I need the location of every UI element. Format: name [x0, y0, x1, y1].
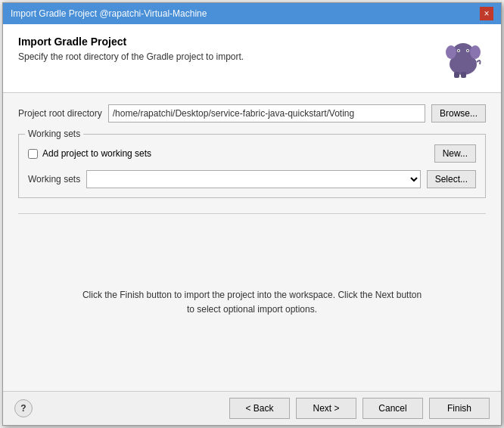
dialog-subtitle: Specify the root directory of the Gradle…: [18, 51, 244, 62]
svg-point-7: [467, 50, 468, 51]
cancel-button[interactable]: Cancel: [362, 398, 423, 419]
working-sets-field-label: Working sets: [28, 174, 80, 185]
title-bar: Import Gradle Project @rapatchi-Virtual-…: [3, 3, 501, 24]
project-root-row: Project root directory Browse...: [18, 104, 486, 123]
footer-right: < Back Next > Cancel Finish: [229, 398, 490, 419]
add-to-working-sets-checkbox[interactable]: [28, 149, 38, 159]
svg-point-3: [470, 45, 481, 59]
add-to-working-sets-text: Add project to working sets: [42, 148, 151, 159]
import-gradle-dialog: Import Gradle Project @rapatchi-Virtual-…: [2, 2, 502, 426]
separator: [18, 213, 486, 214]
project-root-label: Project root directory: [18, 108, 102, 119]
gradle-elephant-icon: [440, 36, 486, 81]
working-sets-legend: Working sets: [25, 129, 83, 139]
dialog-body: Project root directory Browse... Working…: [3, 93, 501, 391]
working-sets-select[interactable]: [86, 170, 421, 188]
info-paragraph: Click the Finish button to import the pr…: [79, 288, 425, 317]
header-text-block: Import Gradle Project Specify the root d…: [18, 36, 244, 62]
dialog-title: Import Gradle Project: [18, 36, 244, 48]
dialog-header: Import Gradle Project Specify the root d…: [3, 24, 501, 93]
svg-point-2: [446, 45, 456, 59]
svg-point-5: [458, 50, 459, 51]
dialog-footer: ? < Back Next > Cancel Finish: [3, 391, 501, 425]
working-sets-select-row: Working sets Select...: [28, 170, 476, 188]
close-button[interactable]: ×: [480, 7, 493, 20]
working-sets-group: Working sets Add project to working sets…: [18, 134, 486, 198]
new-button[interactable]: New...: [434, 144, 476, 163]
browse-button[interactable]: Browse...: [431, 104, 486, 123]
project-root-input[interactable]: [108, 104, 425, 123]
next-button[interactable]: Next >: [296, 398, 356, 419]
working-sets-inner: Add project to working sets New... Worki…: [28, 144, 476, 188]
svg-rect-9: [461, 72, 466, 78]
select-button[interactable]: Select...: [427, 170, 476, 188]
svg-rect-8: [454, 72, 459, 78]
add-to-working-sets-row: Add project to working sets New...: [28, 144, 476, 163]
help-button[interactable]: ?: [14, 399, 33, 417]
title-bar-text: Import Gradle Project @rapatchi-Virtual-…: [11, 8, 207, 19]
add-to-working-sets-label[interactable]: Add project to working sets: [28, 148, 151, 159]
back-button[interactable]: < Back: [229, 398, 290, 419]
info-text: Click the Finish button to import the pr…: [18, 225, 486, 380]
finish-button[interactable]: Finish: [429, 398, 490, 419]
footer-left: ?: [14, 399, 33, 417]
